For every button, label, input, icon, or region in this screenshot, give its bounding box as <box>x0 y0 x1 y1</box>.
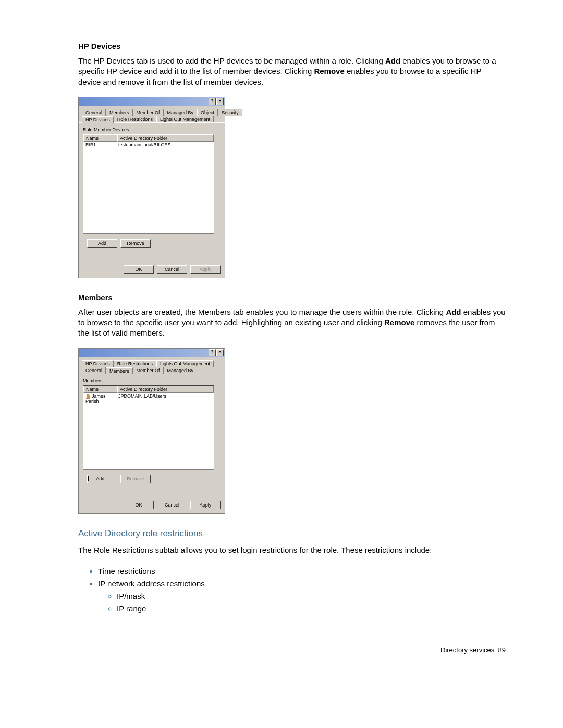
cell-name: James Parish <box>83 393 116 404</box>
bold-remove: Remove <box>384 318 414 327</box>
bold-add: Add <box>385 56 400 65</box>
tab-managed-by[interactable]: Managed By <box>164 367 198 374</box>
tab-members[interactable]: Members <box>106 367 133 374</box>
tab-member-of[interactable]: Member Of <box>133 109 164 116</box>
tab-lights-out-management[interactable]: Lights Out Management <box>156 116 214 122</box>
hp-devices-heading: HP Devices <box>78 42 506 51</box>
tab-managed-by[interactable]: Managed By <box>164 109 198 116</box>
hp-devices-paragraph: The HP Devices tab is used to add the HP… <box>78 56 506 88</box>
tab-members[interactable]: Members <box>106 109 133 116</box>
tab-hp-devices[interactable]: HP Devices <box>82 360 114 367</box>
tab-role-restrictions[interactable]: Role Restrictions <box>114 116 156 122</box>
help-button[interactable]: ? <box>209 98 216 105</box>
cancel-button[interactable]: Cancel <box>157 501 187 509</box>
titlebar: ? × <box>79 349 225 357</box>
list-item[interactable]: James Parish JPDOMAIN.LAB/Users <box>83 393 214 405</box>
members-dialog: ? × HP Devices Role Restrictions Lights … <box>78 348 225 514</box>
apply-button[interactable]: Apply <box>190 501 221 509</box>
tab-general[interactable]: General <box>82 367 106 374</box>
list-item: IP network address restrictions IP/mask … <box>98 577 506 615</box>
add-button[interactable]: Add... <box>87 475 117 483</box>
cell-name: RIB1 <box>83 142 116 147</box>
text: IP network address restrictions <box>98 579 205 588</box>
tab-security[interactable]: Security <box>218 109 242 116</box>
column-name[interactable]: Name <box>83 386 117 393</box>
list-item: IP range <box>117 602 506 615</box>
members-list[interactable]: Name Active Directory Folder James Paris… <box>83 385 214 470</box>
role-member-devices-list[interactable]: Name Active Directory Folder RIB1 testdo… <box>83 134 214 234</box>
text: After user objects are created, the Memb… <box>78 307 446 316</box>
members-heading: Members <box>78 293 506 302</box>
page-footer: Directory services 89 <box>78 646 506 654</box>
text: The HP Devices tab is used to add the HP… <box>78 56 385 65</box>
cell-folder: JPDOMAIN.LAB/Users <box>116 393 214 404</box>
restrictions-list: Time restrictions IP network address res… <box>78 565 506 615</box>
ok-button[interactable]: OK <box>124 501 154 509</box>
add-button[interactable]: Add <box>87 239 117 248</box>
tab-member-of[interactable]: Member Of <box>133 367 164 374</box>
user-icon <box>85 393 91 399</box>
help-button[interactable]: ? <box>209 349 216 356</box>
remove-button[interactable]: Remove <box>120 239 151 248</box>
group-label: Members: <box>83 378 221 384</box>
list-item[interactable]: RIB1 testdomain.local/RILOES <box>83 142 214 148</box>
group-label: Role Member Devices <box>83 127 221 132</box>
titlebar: ? × <box>79 97 225 106</box>
column-folder[interactable]: Active Directory Folder <box>117 134 214 142</box>
ok-button[interactable]: OK <box>124 265 154 274</box>
close-button[interactable]: × <box>216 349 224 356</box>
page-number: 89 <box>498 646 506 654</box>
cell-folder: testdomain.local/RILOES <box>116 142 214 147</box>
apply-button[interactable]: Apply <box>190 265 221 274</box>
members-paragraph: After user objects are created, the Memb… <box>78 307 506 339</box>
sub-list: IP/mask IP range <box>98 590 506 615</box>
bold-add: Add <box>446 307 461 316</box>
tab-hp-devices[interactable]: HP Devices <box>82 116 114 123</box>
tab-general[interactable]: General <box>82 109 106 116</box>
tab-object[interactable]: Object <box>197 109 218 116</box>
bold-remove: Remove <box>314 67 344 76</box>
ad-role-restrictions-paragraph: The Role Restrictions subtab allows you … <box>78 545 506 556</box>
column-name[interactable]: Name <box>83 134 117 142</box>
ad-role-restrictions-heading: Active Directory role restrictions <box>78 528 506 539</box>
list-item: Time restrictions <box>98 565 506 577</box>
tab-role-restrictions[interactable]: Role Restrictions <box>114 360 156 367</box>
close-button[interactable]: × <box>216 98 224 105</box>
hp-devices-dialog: ? × General Members Member Of Managed By… <box>78 97 225 278</box>
column-folder[interactable]: Active Directory Folder <box>117 386 214 393</box>
remove-button: Remove <box>120 475 151 483</box>
list-item: IP/mask <box>117 590 506 602</box>
cancel-button[interactable]: Cancel <box>157 265 187 274</box>
tab-lights-out-management[interactable]: Lights Out Management <box>156 360 214 367</box>
footer-text: Directory services <box>440 646 494 654</box>
